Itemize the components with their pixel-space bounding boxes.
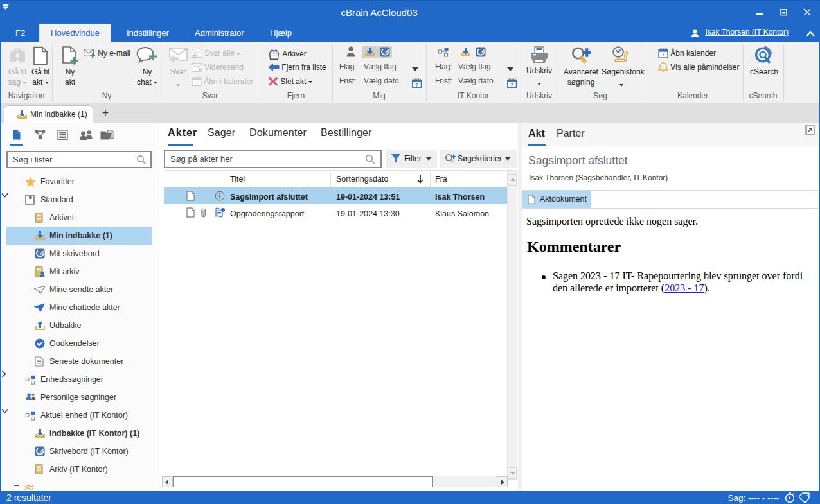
svg-text:7: 7 [415,82,418,88]
svg-text:7: 7 [510,82,513,88]
svg-text:7: 7 [195,80,199,86]
svg-text:7: 7 [662,51,665,58]
